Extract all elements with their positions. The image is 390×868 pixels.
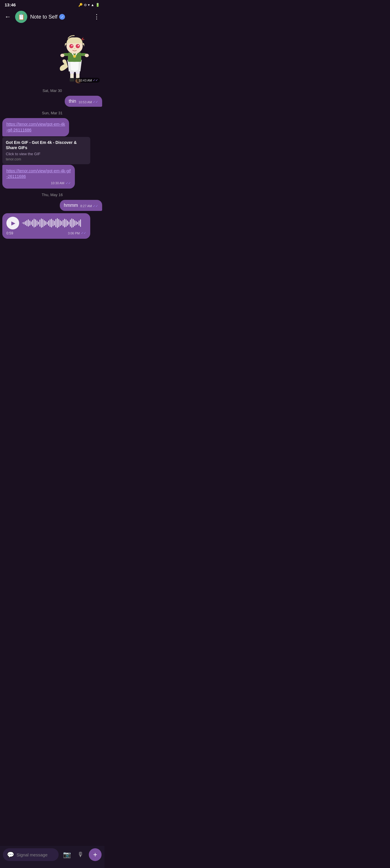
waveform-bar bbox=[73, 219, 74, 227]
svg-point-19 bbox=[78, 45, 79, 46]
waveform-bar bbox=[80, 219, 81, 227]
nav-bar: ← 📋 Note to Self ✓ ⋮ bbox=[0, 8, 104, 25]
sticker-message: 10:43 AM ✓✓ bbox=[2, 25, 102, 85]
chat-title: Note to Self bbox=[30, 14, 57, 20]
waveform-bar bbox=[60, 220, 61, 226]
svg-point-11 bbox=[60, 54, 64, 57]
waveform-bar bbox=[50, 219, 51, 227]
sticker-time: 10:43 AM ✓✓ bbox=[77, 78, 100, 83]
svg-point-16 bbox=[70, 45, 73, 48]
date-separator-mar30: Sat, Mar 30 bbox=[2, 89, 102, 93]
waveform-bar bbox=[29, 220, 30, 226]
status-bar: 13:46 🔑 ⊖ ▾ ▲ 🔋 bbox=[0, 0, 104, 8]
link-bubble-top[interactable]: https://tenor.com/view/got-em-4k-gif-261… bbox=[2, 118, 69, 136]
waveform bbox=[22, 218, 86, 228]
camera-button[interactable]: 📷 bbox=[61, 849, 72, 861]
waveform-bar bbox=[39, 220, 40, 226]
voice-time: 3:06 PM bbox=[68, 231, 80, 235]
mic-button[interactable]: 🎙 bbox=[75, 849, 87, 861]
link-preview-card[interactable]: Got Em GIF - Got Em 4k - Discover & Shar… bbox=[2, 137, 90, 164]
waveform-bar bbox=[70, 220, 71, 226]
link-message-top[interactable]: https://tenor.com/view/got-em-4k-gif-261… bbox=[2, 118, 102, 136]
waveform-bar bbox=[31, 221, 32, 225]
voice-time-row: 3:06 PM ✓✓ bbox=[68, 231, 86, 235]
waveform-bar bbox=[71, 218, 72, 228]
link-bubble-bottom[interactable]: https://tenor.com/view/got-em-4k-gif-261… bbox=[2, 165, 75, 189]
sticker-container: 10:43 AM ✓✓ bbox=[47, 26, 102, 85]
link-preview-title: Got Em GIF - Got Em 4k - Discover & Shar… bbox=[6, 140, 87, 150]
waveform-bar bbox=[57, 218, 58, 228]
waveform-bar bbox=[25, 221, 26, 225]
message-input-area[interactable]: 💬 Signal message bbox=[3, 848, 59, 861]
dnd-icon: ⊖ bbox=[84, 3, 87, 7]
waveform-bar bbox=[54, 221, 55, 225]
bubble-meta-hmmm: 8:27 AM ✓✓ bbox=[80, 204, 98, 208]
waveform-bar bbox=[22, 222, 23, 223]
voice-message-wrap: ▶ 0:59 3:06 PM ✓✓ bbox=[2, 213, 102, 239]
link-time-row: 10:30 AM ✓✓ bbox=[6, 181, 71, 185]
waveform-bar bbox=[76, 221, 77, 225]
read-check: ✓✓ bbox=[66, 181, 71, 185]
status-time: 13:46 bbox=[5, 2, 16, 7]
voice-duration: 0:59 bbox=[6, 231, 13, 235]
play-button[interactable]: ▶ bbox=[6, 217, 19, 229]
waveform-bar bbox=[44, 220, 45, 226]
link-message-bottom[interactable]: https://tenor.com/view/got-em-4k-gif-261… bbox=[2, 165, 102, 189]
waveform-bar bbox=[26, 220, 27, 226]
date-separator-may16: Thu, May 16 bbox=[2, 193, 102, 197]
date-separator-mar31: Sun, Mar 31 bbox=[2, 111, 102, 115]
emoji-button[interactable]: 💬 bbox=[7, 851, 14, 858]
waveform-bar bbox=[67, 220, 68, 226]
waveform-bar bbox=[79, 220, 80, 226]
waveform-bar bbox=[48, 220, 49, 226]
waveform-bar bbox=[34, 219, 34, 227]
waveform-bar bbox=[61, 221, 62, 225]
link-time: 10:30 AM bbox=[51, 181, 64, 185]
sent-bubble-hmmm: hmmm 8:27 AM ✓✓ bbox=[60, 200, 102, 211]
add-icon: + bbox=[93, 850, 97, 859]
status-icons: 🔑 ⊖ ▾ ▲ 🔋 bbox=[78, 3, 100, 7]
message-text: thin bbox=[69, 99, 76, 104]
camera-icon: 📷 bbox=[63, 851, 71, 859]
waveform-bar bbox=[55, 219, 56, 227]
read-check: ✓✓ bbox=[93, 100, 98, 104]
signal-icon: ▲ bbox=[91, 3, 94, 7]
svg-point-12 bbox=[85, 54, 89, 57]
message-input[interactable]: Signal message bbox=[17, 852, 55, 857]
waveform-bar bbox=[41, 218, 42, 228]
waveform-bar bbox=[64, 219, 65, 227]
waveform-bar bbox=[42, 219, 43, 227]
read-check-hmmm: ✓✓ bbox=[93, 204, 98, 208]
play-icon: ▶ bbox=[11, 220, 16, 226]
link-text-top[interactable]: https://tenor.com/view/got-em-4k-gif-261… bbox=[6, 122, 65, 132]
chat-area: 10:43 AM ✓✓ Sat, Mar 30 thin 10:53 AM ✓✓… bbox=[0, 25, 104, 267]
svg-point-17 bbox=[76, 45, 79, 48]
message-time-hmmm: 8:27 AM bbox=[80, 204, 92, 208]
waveform-bar bbox=[68, 222, 69, 224]
voice-bubble: ▶ 0:59 3:06 PM ✓✓ bbox=[2, 213, 90, 239]
waveform-bar bbox=[51, 219, 52, 227]
waveform-bar bbox=[47, 222, 48, 224]
waveform-bar bbox=[28, 219, 29, 226]
waveform-bar bbox=[58, 219, 59, 227]
waveform-bar bbox=[36, 220, 37, 226]
back-button[interactable]: ← bbox=[3, 12, 12, 22]
waveform-bar bbox=[45, 221, 46, 225]
waveform-bar bbox=[32, 220, 33, 226]
verified-badge: ✓ bbox=[59, 14, 65, 20]
waveform-bar bbox=[35, 219, 36, 227]
voice-bottom: 0:59 3:06 PM ✓✓ bbox=[6, 231, 86, 235]
waveform-bar bbox=[53, 220, 53, 226]
mic-icon: 🎙 bbox=[78, 851, 84, 859]
add-button[interactable]: + bbox=[89, 848, 101, 861]
waveform-bar bbox=[74, 220, 75, 226]
link-text-bottom[interactable]: https://tenor.com/view/got-em-4k-gif-261… bbox=[6, 168, 71, 179]
thin-message: thin 10:53 AM ✓✓ bbox=[2, 96, 102, 107]
waveform-bar bbox=[24, 222, 24, 224]
menu-button[interactable]: ⋮ bbox=[92, 12, 101, 22]
sticker-image: 10:43 AM ✓✓ bbox=[47, 26, 102, 85]
input-bar: 💬 Signal message 📷 🎙 + bbox=[0, 846, 104, 868]
hmmm-message: hmmm 8:27 AM ✓✓ bbox=[2, 200, 102, 211]
waveform-bar bbox=[63, 220, 64, 226]
avatar-icon: 📋 bbox=[18, 13, 25, 20]
